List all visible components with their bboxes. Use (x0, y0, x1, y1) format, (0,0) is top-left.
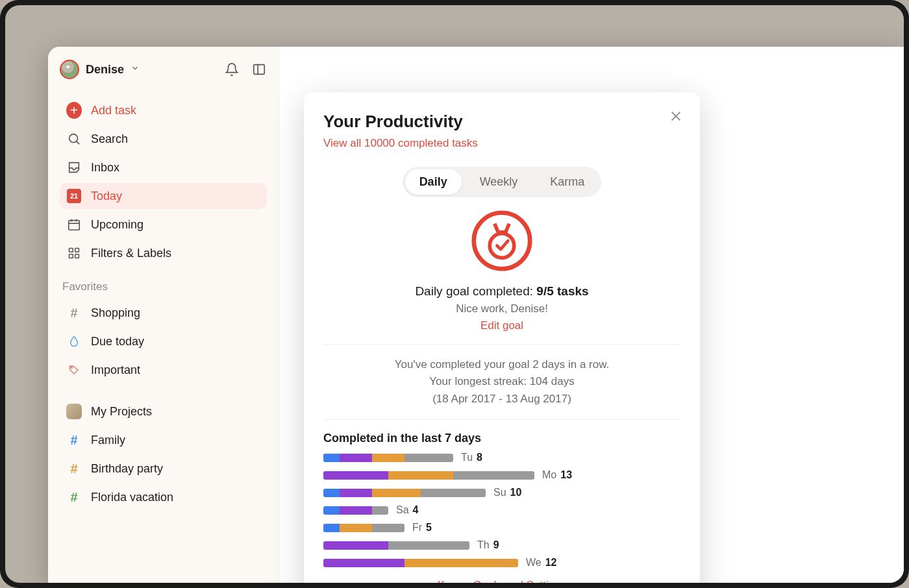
bar-row: Su10 (323, 487, 680, 498)
goal-value: 9/5 tasks (536, 284, 588, 298)
bar-label: We12 (526, 557, 557, 569)
bar-segment (323, 506, 340, 515)
project-family[interactable]: # Family (60, 427, 267, 453)
bar-value: 8 (477, 452, 482, 463)
bar-segment (323, 489, 340, 497)
svg-point-2 (69, 134, 78, 143)
view-all-link[interactable]: View all 10000 completed tasks (323, 137, 680, 150)
svg-line-3 (77, 141, 79, 144)
bar-track (323, 559, 518, 567)
favorite-important[interactable]: Important (60, 357, 267, 383)
edit-goal-link[interactable]: Edit goal (323, 319, 680, 332)
bar-label: Tu8 (461, 452, 482, 463)
bar-segment (340, 489, 372, 497)
divider (323, 419, 680, 420)
project-birthday[interactable]: # Birthday party (60, 456, 267, 482)
bar-track (323, 524, 405, 532)
streak-info: You've completed your goal 2 days in a r… (323, 356, 680, 408)
bar-label: Su10 (493, 487, 521, 498)
account-switcher[interactable]: Denise (60, 60, 140, 79)
bar-track (323, 506, 388, 515)
sidebar-item-inbox[interactable]: Inbox (60, 154, 267, 180)
bar-segment (421, 489, 486, 497)
avatar (60, 60, 79, 79)
bar-label: Mo13 (542, 469, 572, 481)
my-projects-button[interactable]: My Projects (60, 398, 267, 424)
streak-line-2: Your longest streak: 104 days (323, 373, 680, 390)
bar-day: We (526, 557, 542, 569)
bar-segment (323, 541, 388, 550)
bar-segment (372, 454, 405, 462)
sidebar-item-today[interactable]: 21 Today (60, 183, 267, 209)
sidebar-item-upcoming[interactable]: Upcoming (60, 212, 267, 238)
bar-day: Fr (412, 522, 422, 533)
sidebar-toggle-icon[interactable] (251, 62, 267, 77)
bar-day: Su (493, 487, 506, 498)
sidebar-item-filters[interactable]: Filters & Labels (60, 240, 267, 266)
bar-segment (405, 559, 518, 567)
bar-value: 5 (426, 522, 432, 533)
bar-label: Fr5 (412, 522, 432, 533)
add-task-label: Add task (91, 104, 136, 117)
close-icon[interactable] (669, 109, 683, 126)
tab-daily[interactable]: Daily (405, 169, 462, 195)
bar-segment (388, 541, 469, 550)
congrats-text: Nice work, Denise! (323, 302, 680, 315)
goal-status: Daily goal completed: 9/5 tasks (323, 284, 680, 299)
streak-line-3: (18 Apr 2017 - 13 Aug 2017) (323, 391, 680, 408)
project-florida[interactable]: # Florida vacation (60, 484, 267, 510)
karma-settings-link[interactable]: Karma Goals and Settings (323, 579, 680, 583)
bar-segment (388, 471, 453, 480)
bar-row: Sa4 (323, 504, 680, 516)
svg-point-12 (71, 367, 72, 368)
favorite-label: Shopping (91, 306, 140, 320)
bar-row: Fr5 (323, 522, 680, 533)
bar-segment (323, 524, 340, 532)
bar-value: 10 (510, 487, 522, 498)
goal-prefix: Daily goal completed: (415, 284, 536, 298)
bar-segment (372, 489, 421, 497)
bar-segment (340, 506, 372, 515)
projects-heading: My Projects (91, 405, 152, 419)
completed-bar-chart: Tu8Mo13Su10Sa4Fr5Th9We12 (323, 452, 680, 569)
hash-icon: # (66, 489, 82, 505)
plus-circle-icon: + (66, 103, 82, 118)
bar-segment (340, 524, 372, 532)
upcoming-label: Upcoming (91, 218, 143, 232)
bar-row: Mo13 (323, 469, 680, 481)
bar-segment (372, 524, 405, 532)
notifications-icon[interactable] (224, 62, 240, 77)
search-icon (66, 131, 82, 147)
bar-value: 12 (545, 557, 557, 569)
bar-day: Tu (461, 452, 473, 463)
medal-icon (323, 210, 680, 271)
inbox-icon (66, 160, 82, 175)
chart-title: Completed in the last 7 days (323, 432, 680, 445)
svg-rect-4 (69, 221, 80, 230)
hash-icon: # (66, 432, 82, 448)
bar-segment (405, 454, 453, 462)
sidebar-item-search[interactable]: Search (60, 126, 267, 152)
bar-segment (323, 559, 405, 567)
add-task-button[interactable]: + Add task (60, 97, 267, 123)
svg-rect-10 (69, 254, 73, 258)
tab-karma[interactable]: Karma (536, 169, 599, 195)
user-name: Denise (86, 63, 124, 77)
svg-rect-8 (69, 249, 73, 252)
chevron-down-icon (131, 64, 140, 75)
svg-rect-9 (75, 249, 79, 252)
bar-track (323, 489, 486, 497)
bar-day: Sa (396, 504, 409, 516)
favorite-shopping[interactable]: # Shopping (60, 300, 267, 326)
bar-row: Tu8 (323, 452, 680, 463)
tab-weekly[interactable]: Weekly (466, 169, 532, 195)
search-label: Search (91, 132, 128, 146)
bar-value: 13 (560, 469, 572, 481)
bar-value: 9 (493, 539, 499, 551)
favorite-due-today[interactable]: Due today (60, 328, 267, 354)
favorite-label: Important (91, 363, 140, 377)
droplet-icon (66, 334, 82, 349)
bar-label: Th9 (477, 539, 499, 551)
bar-value: 4 (413, 504, 419, 516)
bar-segment (453, 471, 534, 480)
